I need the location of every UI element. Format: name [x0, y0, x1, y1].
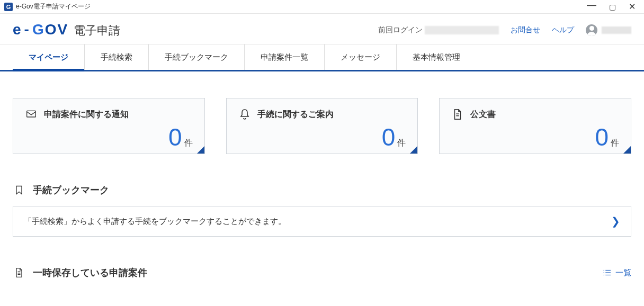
- window-close-icon[interactable]: ✕: [629, 3, 636, 11]
- card-doc-title: 公文書: [470, 109, 496, 120]
- logo: e-GOV: [13, 21, 68, 38]
- card-guide-count: 0: [382, 123, 396, 151]
- prev-login-label: 前回ログイン: [378, 25, 423, 34]
- svg-point-9: [604, 270, 605, 271]
- svg-point-10: [604, 272, 605, 273]
- card-doc[interactable]: 公文書 0 件: [439, 98, 631, 154]
- envelope-icon: [25, 108, 38, 121]
- bookmark-icon: [13, 184, 25, 196]
- card-notice[interactable]: 申請案件に関する通知 0 件: [13, 98, 205, 154]
- draft-title: 一時保存している申請案件: [33, 266, 147, 279]
- card-guide-unit: 件: [397, 138, 406, 149]
- card-guide-title: 手続に関するご案内: [257, 109, 334, 120]
- draft-list-label: 一覧: [615, 268, 631, 278]
- app-header: e-GOV 電子申請 前回ログイン お問合せ ヘルプ: [0, 14, 644, 44]
- card-doc-unit: 件: [611, 138, 619, 149]
- bookmark-info-text: 「手続検索」からよく申請する手続をブックマークすることができます。: [24, 217, 286, 227]
- nav-cases[interactable]: 申請案件一覧: [244, 44, 324, 70]
- section-bookmark: 手続ブックマーク 「手続検索」からよく申請する手続をブックマークすることができま…: [13, 184, 631, 237]
- app-title: 電子申請: [74, 23, 120, 39]
- username: [602, 26, 631, 34]
- window-maximize-icon[interactable]: ▢: [609, 3, 616, 11]
- window-minimize-icon[interactable]: —: [587, 0, 596, 10]
- navbar: マイページ 手続検索 手続ブックマーク 申請案件一覧 メッセージ 基本情報管理: [0, 44, 644, 71]
- avatar-icon: [586, 24, 597, 36]
- card-notice-unit: 件: [184, 138, 193, 149]
- prev-login-value: [425, 26, 499, 34]
- app-icon: G: [4, 3, 13, 11]
- svg-point-11: [604, 275, 605, 276]
- bell-icon: [238, 108, 251, 121]
- bookmark-info-row[interactable]: 「手続検索」からよく申請する手続をブックマークすることができます。 ❯: [13, 206, 631, 237]
- nav-mypage[interactable]: マイページ: [13, 44, 84, 70]
- nav-messages[interactable]: メッセージ: [324, 44, 396, 70]
- help-link[interactable]: ヘルプ: [552, 25, 574, 35]
- card-notice-title: 申請案件に関する通知: [44, 109, 129, 120]
- card-notice-count: 0: [168, 123, 182, 151]
- card-doc-count: 0: [595, 123, 609, 151]
- nav-search[interactable]: 手続検索: [84, 44, 148, 70]
- user-menu[interactable]: [586, 24, 631, 36]
- nav-bookmark[interactable]: 手続ブックマーク: [148, 44, 244, 70]
- nav-basicinfo[interactable]: 基本情報管理: [396, 44, 476, 70]
- document-list-icon: [13, 266, 25, 279]
- document-icon: [451, 108, 464, 121]
- bookmark-title: 手続ブックマーク: [33, 184, 109, 196]
- card-guide[interactable]: 手続に関するご案内 0 件: [226, 98, 418, 154]
- inquiry-link[interactable]: お問合せ: [511, 25, 540, 35]
- draft-list-link[interactable]: 一覧: [603, 268, 631, 278]
- section-draft: 一時保存している申請案件 一覧: [13, 266, 631, 279]
- chevron-right-icon: ❯: [611, 215, 620, 228]
- window-titlebar: G e-Gov電子申請マイページ — ▢ ✕: [0, 0, 644, 14]
- window-title: e-Gov電子申請マイページ: [16, 2, 91, 11]
- svg-rect-0: [27, 111, 36, 117]
